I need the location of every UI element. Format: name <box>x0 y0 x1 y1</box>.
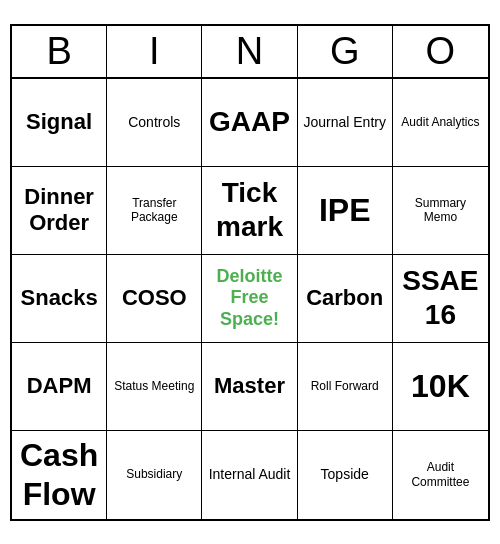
cell-text-22: Internal Audit <box>209 466 291 483</box>
bingo-cell-22[interactable]: Internal Audit <box>202 431 297 519</box>
bingo-cell-2[interactable]: GAAP <box>202 79 297 167</box>
cell-text-11: COSO <box>122 285 187 311</box>
bingo-card: B I N G O SignalControlsGAAPJournal Entr… <box>10 24 490 521</box>
cell-text-13: Carbon <box>306 285 383 311</box>
cell-text-24: Audit Committee <box>397 460 484 489</box>
bingo-cell-18[interactable]: Roll Forward <box>298 343 393 431</box>
cell-text-23: Topside <box>321 466 369 483</box>
bingo-cell-3[interactable]: Journal Entry <box>298 79 393 167</box>
bingo-cell-4[interactable]: Audit Analytics <box>393 79 488 167</box>
cell-text-4: Audit Analytics <box>401 115 479 129</box>
bingo-cell-23[interactable]: Topside <box>298 431 393 519</box>
cell-text-7: Tick mark <box>206 176 292 243</box>
header-o: O <box>393 26 488 77</box>
cell-text-17: Master <box>214 373 285 399</box>
bingo-cell-12[interactable]: Deloitte Free Space! <box>202 255 297 343</box>
header-b: B <box>12 26 107 77</box>
header-n: N <box>202 26 297 77</box>
bingo-cell-21[interactable]: Subsidiary <box>107 431 202 519</box>
bingo-cell-10[interactable]: Snacks <box>12 255 107 343</box>
cell-text-15: DAPM <box>27 373 92 399</box>
cell-text-21: Subsidiary <box>126 467 182 481</box>
bingo-cell-9[interactable]: Summary Memo <box>393 167 488 255</box>
cell-text-12: Deloitte Free Space! <box>206 266 292 331</box>
bingo-cell-14[interactable]: SSAE 16 <box>393 255 488 343</box>
cell-text-14: SSAE 16 <box>397 264 484 331</box>
bingo-cell-15[interactable]: DAPM <box>12 343 107 431</box>
bingo-grid: SignalControlsGAAPJournal EntryAudit Ana… <box>12 79 488 519</box>
bingo-cell-1[interactable]: Controls <box>107 79 202 167</box>
cell-text-2: GAAP <box>209 105 290 139</box>
cell-text-20: Cash Flow <box>16 436 102 513</box>
cell-text-18: Roll Forward <box>311 379 379 393</box>
cell-text-10: Snacks <box>21 285 98 311</box>
bingo-cell-16[interactable]: Status Meeting <box>107 343 202 431</box>
cell-text-6: Transfer Package <box>111 196 197 225</box>
bingo-cell-6[interactable]: Transfer Package <box>107 167 202 255</box>
header-g: G <box>298 26 393 77</box>
cell-text-0: Signal <box>26 109 92 135</box>
bingo-cell-19[interactable]: 10K <box>393 343 488 431</box>
bingo-cell-8[interactable]: IPE <box>298 167 393 255</box>
header-i: I <box>107 26 202 77</box>
bingo-cell-24[interactable]: Audit Committee <box>393 431 488 519</box>
bingo-cell-20[interactable]: Cash Flow <box>12 431 107 519</box>
cell-text-5: Dinner Order <box>16 184 102 237</box>
bingo-cell-7[interactable]: Tick mark <box>202 167 297 255</box>
cell-text-3: Journal Entry <box>303 114 385 131</box>
cell-text-8: IPE <box>319 191 371 229</box>
bingo-cell-5[interactable]: Dinner Order <box>12 167 107 255</box>
cell-text-9: Summary Memo <box>397 196 484 225</box>
bingo-cell-13[interactable]: Carbon <box>298 255 393 343</box>
bingo-cell-11[interactable]: COSO <box>107 255 202 343</box>
cell-text-16: Status Meeting <box>114 379 194 393</box>
cell-text-1: Controls <box>128 114 180 131</box>
bingo-header: B I N G O <box>12 26 488 79</box>
bingo-cell-17[interactable]: Master <box>202 343 297 431</box>
cell-text-19: 10K <box>411 367 470 405</box>
bingo-cell-0[interactable]: Signal <box>12 79 107 167</box>
